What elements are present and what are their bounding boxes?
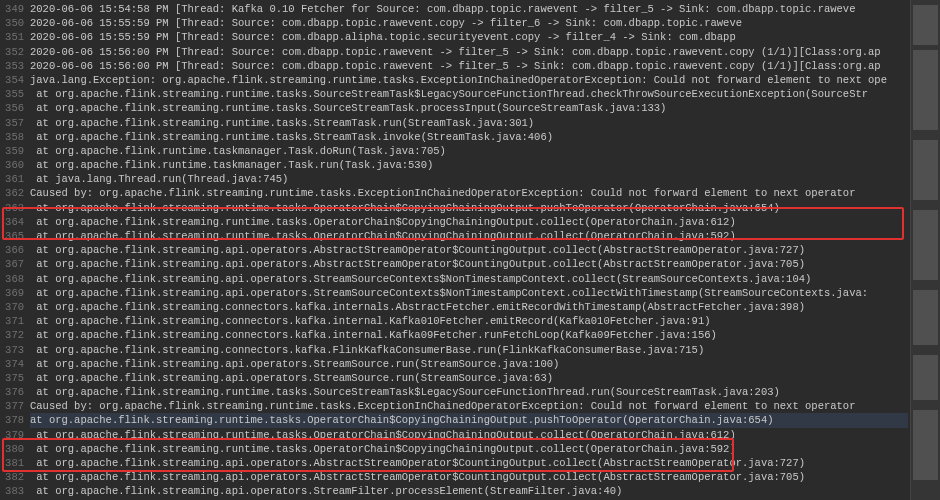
log-text: 2020-06-06 15:56:00 PM [Thread: Source: … <box>30 46 881 58</box>
log-line[interactable]: 376 at org.apache.flink.streaming.runtim… <box>0 385 908 399</box>
line-number: 355 <box>0 87 30 101</box>
line-number: 353 <box>0 59 30 73</box>
log-line[interactable]: 368 at org.apache.flink.streaming.api.op… <box>0 272 908 286</box>
log-text: at org.apache.flink.streaming.connectors… <box>30 301 805 313</box>
log-text: at org.apache.flink.streaming.connectors… <box>30 344 704 356</box>
log-text: at org.apache.flink.streaming.api.operat… <box>30 471 805 483</box>
minimap-block <box>913 355 938 400</box>
log-line[interactable]: 359 at org.apache.flink.runtime.taskmana… <box>0 144 908 158</box>
log-line[interactable]: 357 at org.apache.flink.streaming.runtim… <box>0 116 908 130</box>
log-line[interactable]: 367 at org.apache.flink.streaming.api.op… <box>0 257 908 271</box>
line-number: 363 <box>0 201 30 215</box>
log-line[interactable]: 377Caused by: org.apache.flink.streaming… <box>0 399 908 413</box>
log-text: at org.apache.flink.streaming.runtime.ta… <box>30 202 780 214</box>
line-number: 383 <box>0 484 30 498</box>
line-number: 349 <box>0 2 30 16</box>
log-text: at org.apache.flink.streaming.api.operat… <box>30 372 553 384</box>
log-text: at org.apache.flink.runtime.taskmanager.… <box>30 159 433 171</box>
log-line[interactable]: 365 at org.apache.flink.streaming.runtim… <box>0 229 908 243</box>
log-text: at org.apache.flink.streaming.connectors… <box>30 315 711 327</box>
line-number: 356 <box>0 101 30 115</box>
minimap-block <box>913 290 938 345</box>
line-number: 372 <box>0 328 30 342</box>
line-number: 381 <box>0 456 30 470</box>
log-text: at org.apache.flink.streaming.runtime.ta… <box>30 117 534 129</box>
line-number: 371 <box>0 314 30 328</box>
minimap-block <box>913 50 938 130</box>
line-number: 374 <box>0 357 30 371</box>
log-line[interactable]: 3492020-06-06 15:54:58 PM [Thread: Kafka… <box>0 2 908 16</box>
line-number: 352 <box>0 45 30 59</box>
line-number: 379 <box>0 428 30 442</box>
log-line[interactable]: 358 at org.apache.flink.streaming.runtim… <box>0 130 908 144</box>
log-line[interactable]: 364 at org.apache.flink.streaming.runtim… <box>0 215 908 229</box>
log-line[interactable]: 355 at org.apache.flink.streaming.runtim… <box>0 87 908 101</box>
log-text: at org.apache.flink.streaming.api.operat… <box>30 485 622 497</box>
minimap-block <box>913 5 938 45</box>
log-text: at org.apache.flink.streaming.api.operat… <box>30 287 868 299</box>
line-number: 354 <box>0 73 30 87</box>
line-number: 351 <box>0 30 30 44</box>
line-number: 380 <box>0 442 30 456</box>
log-line[interactable]: 3522020-06-06 15:56:00 PM [Thread: Sourc… <box>0 45 908 59</box>
log-line[interactable]: 362Caused by: org.apache.flink.streaming… <box>0 186 908 200</box>
log-line[interactable]: 372 at org.apache.flink.streaming.connec… <box>0 328 908 342</box>
log-text: at org.apache.flink.streaming.api.operat… <box>30 258 805 270</box>
log-text: at org.apache.flink.runtime.taskmanager.… <box>30 145 446 157</box>
log-text: 2020-06-06 15:56:00 PM [Thread: Source: … <box>30 60 881 72</box>
log-text: java.lang.Exception: org.apache.flink.st… <box>30 74 887 86</box>
log-line[interactable]: 383 at org.apache.flink.streaming.api.op… <box>0 484 908 498</box>
line-number: 377 <box>0 399 30 413</box>
line-number: 376 <box>0 385 30 399</box>
log-text: 2020-06-06 15:54:58 PM [Thread: Kafka 0.… <box>30 3 855 15</box>
log-line[interactable]: 373 at org.apache.flink.streaming.connec… <box>0 343 908 357</box>
log-text: at org.apache.flink.streaming.api.operat… <box>30 273 811 285</box>
log-line[interactable]: 375 at org.apache.flink.streaming.api.op… <box>0 371 908 385</box>
line-number: 360 <box>0 158 30 172</box>
log-line[interactable]: 3532020-06-06 15:56:00 PM [Thread: Sourc… <box>0 59 908 73</box>
line-number: 378 <box>0 413 30 427</box>
log-line[interactable]: 374 at org.apache.flink.streaming.api.op… <box>0 357 908 371</box>
line-number: 357 <box>0 116 30 130</box>
log-text: at org.apache.flink.streaming.api.operat… <box>30 358 559 370</box>
log-text: 2020-06-06 15:55:59 PM [Thread: Source: … <box>30 17 742 29</box>
log-line[interactable]: 369 at org.apache.flink.streaming.api.op… <box>0 286 908 300</box>
line-number: 361 <box>0 172 30 186</box>
log-line[interactable]: 366 at org.apache.flink.streaming.api.op… <box>0 243 908 257</box>
log-line[interactable]: 381 at org.apache.flink.streaming.api.op… <box>0 456 908 470</box>
log-line[interactable]: 382 at org.apache.flink.streaming.api.op… <box>0 470 908 484</box>
log-text: 2020-06-06 15:55:59 PM [Thread: Source: … <box>30 31 736 43</box>
log-line[interactable]: 371 at org.apache.flink.streaming.connec… <box>0 314 908 328</box>
log-text: at org.apache.flink.streaming.connectors… <box>30 329 717 341</box>
line-number: 375 <box>0 371 30 385</box>
line-number: 369 <box>0 286 30 300</box>
log-text: at org.apache.flink.streaming.runtime.ta… <box>30 216 736 228</box>
line-number: 373 <box>0 343 30 357</box>
log-line[interactable]: 370 at org.apache.flink.streaming.connec… <box>0 300 908 314</box>
line-number: 362 <box>0 186 30 200</box>
log-text: at org.apache.flink.streaming.runtime.ta… <box>30 386 780 398</box>
line-number: 366 <box>0 243 30 257</box>
log-text: at org.apache.flink.streaming.api.operat… <box>30 244 805 256</box>
log-line[interactable]: 361 at java.lang.Thread.run(Thread.java:… <box>0 172 908 186</box>
log-text: at java.lang.Thread.run(Thread.java:745) <box>30 173 288 185</box>
log-line[interactable]: 360 at org.apache.flink.runtime.taskmana… <box>0 158 908 172</box>
log-line[interactable]: 363 at org.apache.flink.streaming.runtim… <box>0 201 908 215</box>
minimap-scrollbar[interactable] <box>910 0 940 500</box>
log-text: at org.apache.flink.streaming.runtime.ta… <box>30 413 908 427</box>
log-text: at org.apache.flink.streaming.runtime.ta… <box>30 131 553 143</box>
minimap-block <box>913 410 938 480</box>
log-line[interactable]: 3502020-06-06 15:55:59 PM [Thread: Sourc… <box>0 16 908 30</box>
log-line[interactable]: 379 at org.apache.flink.streaming.runtim… <box>0 428 908 442</box>
line-number: 367 <box>0 257 30 271</box>
line-number: 350 <box>0 16 30 30</box>
log-text: at org.apache.flink.streaming.runtime.ta… <box>30 443 736 455</box>
log-line[interactable]: 3512020-06-06 15:55:59 PM [Thread: Sourc… <box>0 30 908 44</box>
log-line[interactable]: 354java.lang.Exception: org.apache.flink… <box>0 73 908 87</box>
log-text: at org.apache.flink.streaming.runtime.ta… <box>30 88 868 100</box>
log-line[interactable]: 380 at org.apache.flink.streaming.runtim… <box>0 442 908 456</box>
log-viewer[interactable]: 3492020-06-06 15:54:58 PM [Thread: Kafka… <box>0 0 908 500</box>
log-line[interactable]: 356 at org.apache.flink.streaming.runtim… <box>0 101 908 115</box>
log-line[interactable]: 378 at org.apache.flink.streaming.runtim… <box>0 413 908 427</box>
log-text: at org.apache.flink.streaming.runtime.ta… <box>30 429 736 441</box>
